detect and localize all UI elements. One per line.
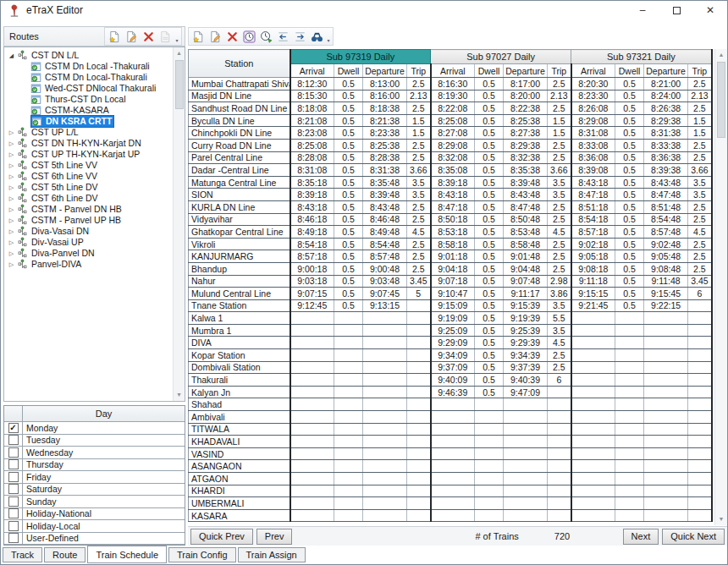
schedule-cell[interactable] [548,473,571,485]
schedule-cell[interactable]: 2.5 [688,78,712,91]
schedule-cell[interactable] [644,423,688,436]
schedule-cell[interactable]: 8:57:48 [363,250,407,263]
station-cell[interactable]: Ambivali [189,411,290,424]
schedule-cell[interactable]: 8:22:08 [431,102,475,115]
schedule-cell[interactable] [407,411,431,424]
schedule-cell[interactable]: 8:29:08 [431,139,475,151]
scroll-up-icon[interactable]: ▲ [174,47,185,59]
schedule-cell[interactable]: 9:25:39 [504,324,548,337]
schedule-cell[interactable]: 8:35:48 [363,176,407,189]
schedule-cell[interactable]: 3.5 [548,299,571,312]
station-cell[interactable]: Bhandup [189,262,290,275]
schedule-cell[interactable] [504,447,548,460]
find-icon[interactable] [308,28,325,45]
schedule-cell[interactable] [363,349,407,362]
station-cell[interactable]: KANJURMARG [189,250,290,263]
schedule-cell[interactable]: 8:47:48 [644,189,688,201]
schedule-cell[interactable] [571,411,615,424]
schedule-cell[interactable]: 8:39:18 [431,176,475,189]
close-button[interactable]: ✕ [693,1,727,19]
tree-item-diva-vasai-dn[interactable]: ▷Diva-Vasai DN [6,226,185,237]
schedule-cell[interactable] [615,473,644,485]
schedule-cell[interactable] [431,436,475,448]
schedule-cell[interactable] [334,411,363,424]
schedule-cell[interactable]: 4.5 [548,226,571,239]
schedule-cell[interactable]: 8:24:00 [644,90,688,102]
schedule-cell[interactable]: 0.5 [615,176,644,189]
column-header-arrival[interactable]: Arrival [431,64,475,78]
schedule-cell[interactable] [571,473,615,485]
schedule-cell[interactable] [688,485,712,497]
schedule-cell[interactable]: 6 [688,288,712,300]
expand-arrow-icon[interactable]: ▷ [6,226,17,237]
schedule-cell[interactable]: 2.5 [548,213,571,226]
schedule-cell[interactable] [548,460,571,473]
schedule-cell[interactable]: 3.86 [548,288,571,300]
schedule-cell[interactable] [334,349,363,362]
schedule-cell[interactable]: 8:26:08 [571,102,615,115]
station-cell[interactable]: Parel Central Line [189,151,290,164]
tree-item-diva-panvel-dn[interactable]: ▷Diva-Panvel DN [6,248,185,259]
schedule-cell[interactable]: 2.5 [548,78,571,91]
schedule-cell[interactable]: 8:43:18 [571,176,615,189]
day-row-sunday[interactable]: Sunday [4,496,185,508]
schedule-cell[interactable]: 0.5 [475,250,504,263]
schedule-cell[interactable]: 9:12:45 [290,299,334,312]
station-cell[interactable]: UMBERMALI [189,497,290,510]
station-cell[interactable]: KHARDI [189,485,290,497]
schedule-cell[interactable]: 1.5 [407,127,431,140]
schedule-cell[interactable] [431,460,475,473]
schedule-cell[interactable]: 9:37:09 [431,361,475,374]
station-cell[interactable]: Curry Road DN Line [189,139,290,151]
schedule-cell[interactable]: 8:23:30 [571,90,615,102]
schedule-cell[interactable]: 8:57:18 [290,250,334,263]
schedule-cell[interactable]: 2.5 [688,200,712,213]
tree-item-cst-6th-line-dv[interactable]: ▷CST 6th Line DV [6,193,185,204]
station-cell[interactable]: Kalyan Jn [189,386,290,398]
schedule-cell[interactable]: 2.98 [548,275,571,288]
schedule-cell[interactable]: 0.5 [334,139,363,151]
schedule-cell[interactable] [363,447,407,460]
schedule-cell[interactable]: 0.5 [615,102,644,115]
schedule-cell[interactable]: 3.5 [548,189,571,201]
schedule-cell[interactable]: 5.5 [548,312,571,325]
schedule-cell[interactable]: 9:29:39 [504,337,548,349]
schedule-cell[interactable]: 8:18:38 [363,102,407,115]
schedule-cell[interactable] [644,473,688,485]
column-header-trip[interactable]: Trip [688,64,712,78]
schedule-cell[interactable] [363,398,407,411]
schedule-cell[interactable]: 9:08:18 [571,262,615,275]
scroll-thumb[interactable] [717,62,725,138]
tab-train-schedule[interactable]: Train Schedule [87,546,167,563]
schedule-cell[interactable]: 9:21:45 [571,299,615,312]
schedule-cell[interactable]: 0.5 [615,151,644,164]
schedule-cell[interactable] [334,473,363,485]
checkbox-friday[interactable] [8,472,19,482]
schedule-cell[interactable]: 0.5 [475,127,504,140]
schedule-cell[interactable]: 0.5 [475,288,504,300]
schedule-cell[interactable] [334,460,363,473]
quick-prev-button[interactable]: Quick Prev [190,529,253,545]
train-header-sub-97027-daily[interactable]: Sub 97027 Daily [431,50,571,64]
station-cell[interactable]: Chinchpokli DN Line [189,127,290,140]
schedule-cell[interactable]: 8:25:08 [431,114,475,127]
tab-train-config[interactable]: Train Config [168,547,236,562]
schedule-cell[interactable]: 0.5 [334,200,363,213]
schedule-cell[interactable]: 9:19:09 [431,312,475,325]
schedule-cell[interactable] [644,497,688,510]
schedule-cell[interactable] [363,485,407,497]
table-scrollbar[interactable]: ▲ ▼ [714,49,727,525]
schedule-cell[interactable] [363,386,407,398]
schedule-cell[interactable]: 9:25:09 [431,324,475,337]
checkbox-thursday[interactable] [8,459,19,469]
minimize-button[interactable]: – [626,1,659,19]
schedule-cell[interactable]: 8:12:30 [290,78,334,91]
column-header-arrival[interactable]: Arrival [571,64,615,78]
schedule-cell[interactable]: 8:54:18 [571,213,615,226]
expand-arrow-icon[interactable]: ▷ [6,182,17,193]
schedule-cell[interactable] [644,436,688,448]
schedule-cell[interactable]: 0.5 [475,90,504,102]
schedule-cell[interactable]: 3.66 [688,164,712,177]
schedule-cell[interactable]: 9:00:48 [363,262,407,275]
schedule-cell[interactable] [363,460,407,473]
